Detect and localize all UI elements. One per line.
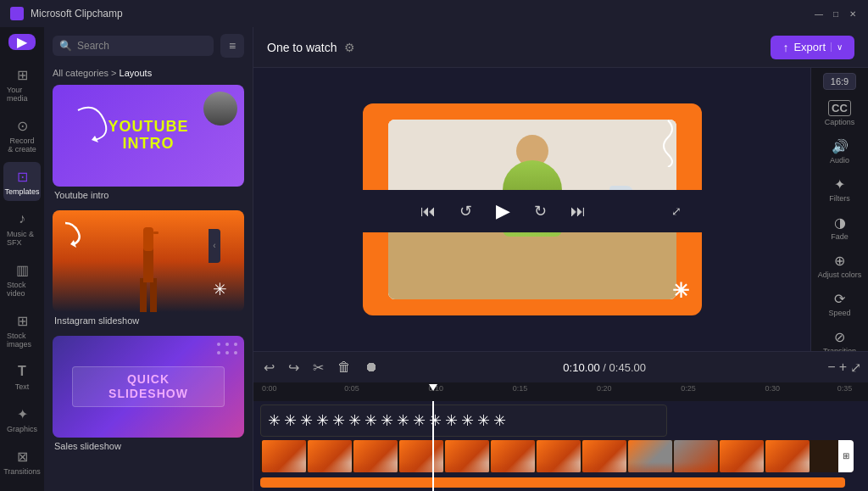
app-icon <box>10 7 24 20</box>
snowflake-11: ✳ <box>429 411 442 430</box>
sparkle-bottom-right: ✳ <box>672 279 689 303</box>
ruler-mark-0: 0:00 <box>262 384 277 393</box>
redo-button[interactable]: ↪ <box>285 358 303 377</box>
sidebar-item-templates[interactable]: ⊡ Templates <box>3 162 41 201</box>
zoom-in-button[interactable]: + <box>839 360 847 375</box>
playback-controls: ⏮ ↺ ▶ ↻ ⏭ ⤢ <box>253 190 753 232</box>
filter-button[interactable]: ≡ <box>220 34 244 58</box>
snowflake-12: ✳ <box>445 411 458 430</box>
snowflake-9: ✳ <box>397 411 409 430</box>
template-youtube-thumb: YOUTUBEINTRO <box>53 85 244 187</box>
panel-header: 🔍 ≡ <box>44 27 253 64</box>
app-title: Microsoft Clipchamp <box>31 8 814 20</box>
panel-collapse-button[interactable]: ‹ <box>209 229 220 263</box>
skip-forward-button[interactable]: ⏭ <box>567 199 589 224</box>
timeline-toolbar: ↩ ↪ ✂ 🗑 ⏺ 0:10.00 / 0:45.00 − + ⤢ <box>253 352 868 382</box>
svg-rect-5 <box>153 232 159 234</box>
template-youtube-intro[interactable]: YOUTUBEINTRO Youtube intro <box>53 85 244 200</box>
sparkle-decoration: ✳ <box>213 279 227 299</box>
video-thumb-10 <box>674 440 718 472</box>
template-sales-thumb: QUICKSLIDESHOW <box>53 336 244 438</box>
sidebar-more-btn[interactable]: ∨ <box>3 488 41 491</box>
graphics-icon: ✦ <box>13 405 31 423</box>
svg-rect-4 <box>143 227 153 251</box>
sidebar-item-music-sfx[interactable]: ♪ Music & SFX <box>3 204 41 252</box>
fade-icon: ◑ <box>834 215 846 231</box>
timeline-area: ↩ ↪ ✂ 🗑 ⏺ 0:10.00 / 0:45.00 − + ⤢ <box>253 351 868 491</box>
sidebar-item-transitions[interactable]: ⊠ Transitions <box>3 442 41 481</box>
zoom-fit-button[interactable]: ⤢ <box>850 360 861 376</box>
record-audio-button[interactable]: ⏺ <box>361 358 381 377</box>
speed-icon: ⟳ <box>834 291 845 307</box>
right-tool-adjust-colors[interactable]: ⊕ Adjust colors <box>815 248 865 284</box>
search-container[interactable]: 🔍 <box>53 36 214 56</box>
export-button[interactable]: ↑ Export ∨ <box>771 36 854 59</box>
rewind-button[interactable]: ↺ <box>456 198 476 224</box>
play-button[interactable]: ▶ <box>492 197 514 226</box>
project-settings-icon[interactable]: ⚙ <box>344 41 355 54</box>
zoom-out-button[interactable]: − <box>827 360 835 375</box>
adjust-colors-icon: ⊕ <box>834 253 845 269</box>
ruler-mark-4: 0:20 <box>597 384 612 393</box>
transitions-icon: ⊠ <box>13 447 31 466</box>
right-tool-captions[interactable]: CC Captions <box>815 95 865 131</box>
transition-icon: ⊘ <box>834 329 845 345</box>
color-track <box>260 477 845 488</box>
skip-back-button[interactable]: ⏮ <box>417 199 439 224</box>
project-title-text: One to watch <box>267 41 337 54</box>
sales-title-text: QUICKSLIDESHOW <box>85 372 213 401</box>
sidebar-item-stock-images[interactable]: ⊞ Stock images <box>3 306 41 354</box>
stock-images-icon: ⊞ <box>13 311 31 330</box>
total-time: 0:45.00 <box>609 361 646 374</box>
minimize-btn[interactable]: — <box>814 8 824 19</box>
video-thumb-6 <box>491 440 535 472</box>
snowflake-6: ✳ <box>348 411 361 430</box>
svg-rect-1 <box>140 278 147 312</box>
yt-title-text: YOUTUBEINTRO <box>108 119 188 153</box>
aspect-ratio-badge[interactable]: 16:9 <box>823 73 856 90</box>
template-instagram-slideshow[interactable]: ✳ Instagram slideshow <box>53 210 244 326</box>
clip-edit-handle[interactable]: ⊞ <box>838 440 854 472</box>
snowflake-15: ✳ <box>493 411 506 430</box>
sidebar-item-stock-video[interactable]: ▥ Stock video <box>3 255 41 303</box>
ruler-mark-5: 0:25 <box>681 384 696 393</box>
video-thumb-11 <box>720 440 764 472</box>
preview-right-wrapper: ✳ ⏮ ↺ ▶ ↻ ⏭ ⤢ <box>253 68 868 351</box>
svg-point-12 <box>234 351 237 354</box>
sidebar-icons: ▶ ⊞ Your media ⊙ Record& create ⊡ Templa… <box>0 27 44 491</box>
templates-grid: YOUTUBEINTRO Youtube intro <box>44 85 253 491</box>
filters-icon: ✦ <box>834 176 845 192</box>
text-icon: T <box>13 362 31 381</box>
sidebar-item-record-create[interactable]: ⊙ Record& create <box>3 111 41 159</box>
fullscreen-button[interactable]: ⤢ <box>668 201 685 221</box>
export-chevron-icon: ∨ <box>831 42 843 52</box>
right-tool-speed[interactable]: ⟳ Speed <box>815 286 865 322</box>
template-sales-slideshow[interactable]: QUICKSLIDESHOW <box>53 336 244 451</box>
export-icon: ↑ <box>782 41 788 54</box>
sidebar-item-your-media[interactable]: ⊞ Your media <box>3 60 41 108</box>
snowflake-10: ✳ <box>413 411 426 430</box>
delete-button[interactable]: 🗑 <box>334 358 354 377</box>
sidebar-item-graphics[interactable]: ✦ Graphics <box>3 399 41 438</box>
snowflake-5: ✳ <box>332 411 345 430</box>
snowflake-13: ✳ <box>461 411 474 430</box>
forward-button[interactable]: ↻ <box>531 198 550 224</box>
right-tool-fade[interactable]: ◑ Fade <box>815 209 865 246</box>
video-thumb-9 <box>628 440 672 472</box>
video-thumb-5 <box>445 440 489 472</box>
record-create-icon: ⊙ <box>13 116 31 135</box>
snowflake-14: ✳ <box>477 411 490 430</box>
undo-button[interactable]: ↩ <box>260 358 278 377</box>
search-input[interactable] <box>77 40 207 52</box>
maximize-btn[interactable]: □ <box>831 8 841 19</box>
playhead-line <box>432 401 434 491</box>
ruler-mark-3: 0:15 <box>513 384 528 393</box>
scissors-button[interactable]: ✂ <box>309 358 327 377</box>
right-panel: 16:9 CC Captions 🔊 Audio ✦ Filters ◑ Fad… <box>810 68 868 351</box>
close-btn[interactable]: ✕ <box>848 8 858 19</box>
right-tool-filters[interactable]: ✦ Filters <box>815 171 865 208</box>
right-tool-transition[interactable]: ⊘ Transition <box>815 324 865 351</box>
right-tool-audio[interactable]: 🔊 Audio <box>815 133 865 170</box>
sidebar-item-text[interactable]: T Text <box>3 357 41 396</box>
timeline-tracks: ✳ ✳ ✳ ✳ ✳ ✳ ✳ ✳ ✳ ✳ ✳ ✳ ✳ ✳ ✳ <box>253 401 868 491</box>
